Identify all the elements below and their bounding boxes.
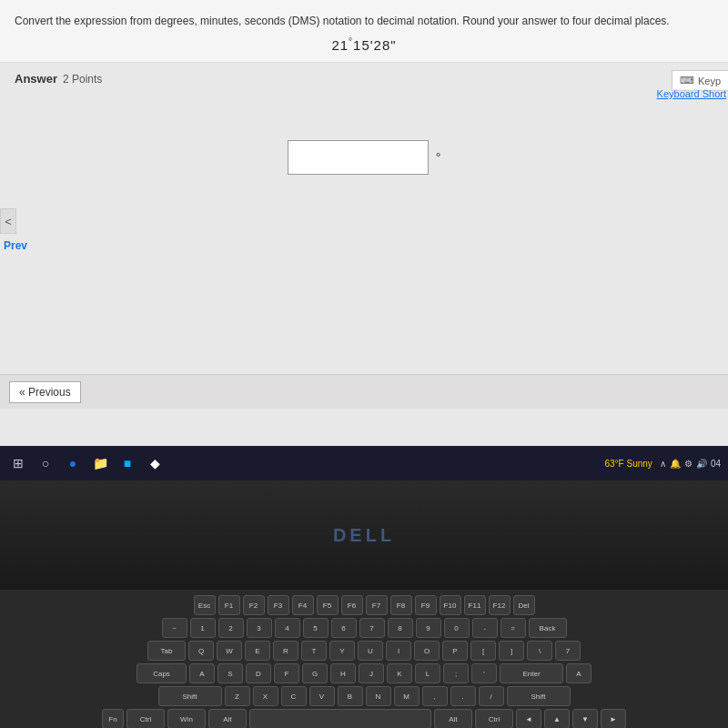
answer-section: Answer 2 Points ⌨ Keyp Keyboard Short ° … <box>0 63 728 409</box>
key-j[interactable]: J <box>359 663 384 683</box>
key-0[interactable]: 0 <box>444 618 470 638</box>
key-del[interactable]: Del <box>513 595 535 615</box>
key-n[interactable]: N <box>366 686 391 706</box>
key-q[interactable]: Q <box>188 641 214 661</box>
key-6[interactable]: 6 <box>331 618 357 638</box>
key-9[interactable]: 9 <box>416 618 441 638</box>
key-row-function: Esc F1 F2 F3 F4 F5 F6 F7 F8 F9 F10 F11 F… <box>4 595 724 615</box>
key-f3[interactable]: F3 <box>268 595 289 615</box>
answer-header: Answer 2 Points <box>15 72 713 86</box>
key-alt-right[interactable]: Alt <box>434 709 472 728</box>
key-tilde[interactable]: ~ <box>162 618 187 638</box>
windows-icon[interactable]: ⊞ <box>7 452 29 474</box>
key-alt-left[interactable]: Alt <box>208 709 247 728</box>
taskbar-browser-icon[interactable]: ● <box>62 452 84 474</box>
key-f10[interactable]: F10 <box>440 595 461 615</box>
key-k[interactable]: K <box>387 663 412 683</box>
key-f2[interactable]: F2 <box>243 595 265 615</box>
key-arrow-up[interactable]: ▲ <box>544 709 570 728</box>
key-fn[interactable]: Fn <box>102 709 124 728</box>
key-g[interactable]: G <box>302 663 328 683</box>
key-esc[interactable]: Esc <box>194 595 216 615</box>
key-equals[interactable]: = <box>500 618 526 638</box>
prev-label[interactable]: Prev <box>0 238 31 254</box>
key-l[interactable]: L <box>415 663 440 683</box>
key-comma[interactable]: , <box>422 686 448 706</box>
key-b[interactable]: B <box>338 686 363 706</box>
key-f5[interactable]: F5 <box>317 595 339 615</box>
key-f12[interactable]: F12 <box>489 595 511 615</box>
system-icons: ∧ 🔔 ⚙ 🔊 <box>660 459 707 469</box>
key-w[interactable]: W <box>217 641 242 661</box>
key-s[interactable]: S <box>217 663 243 683</box>
key-slash[interactable]: / <box>479 686 504 706</box>
answer-input[interactable] <box>288 140 429 175</box>
key-u[interactable]: U <box>358 641 383 661</box>
key-f7[interactable]: F7 <box>366 595 388 615</box>
key-o[interactable]: O <box>414 641 440 661</box>
key-8[interactable]: 8 <box>388 618 413 638</box>
taskbar-folder-icon[interactable]: 📁 <box>89 452 111 474</box>
key-5[interactable]: 5 <box>303 618 329 638</box>
keyboard-shortcut-link[interactable]: Keyboard Short <box>657 88 726 99</box>
key-ctrl-left[interactable]: Ctrl <box>126 709 165 728</box>
key-c[interactable]: C <box>281 686 307 706</box>
key-ctrl-right[interactable]: Ctrl <box>475 709 513 728</box>
key-i[interactable]: I <box>386 641 411 661</box>
key-x[interactable]: X <box>253 686 278 706</box>
sys-icon-4: 🔊 <box>696 459 707 469</box>
key-rbracket[interactable]: ] <box>499 641 524 661</box>
key-f9[interactable]: F9 <box>415 595 437 615</box>
key-h[interactable]: H <box>330 663 356 683</box>
sys-icon-1: ∧ <box>660 459 666 469</box>
key-quote[interactable]: ' <box>471 663 497 683</box>
key-y[interactable]: Y <box>329 641 355 661</box>
key-v[interactable]: V <box>309 686 335 706</box>
key-arrow-left[interactable]: ◄ <box>516 709 541 728</box>
key-period[interactable]: . <box>450 686 476 706</box>
key-shift-left[interactable]: Shift <box>158 686 222 706</box>
search-icon[interactable]: ○ <box>35 452 56 474</box>
key-t[interactable]: T <box>301 641 327 661</box>
key-backspace[interactable]: Back <box>529 618 567 638</box>
key-a[interactable]: A <box>189 663 215 683</box>
key-caps[interactable]: Caps <box>136 663 187 683</box>
key-3[interactable]: 3 <box>247 618 272 638</box>
key-f1[interactable]: F1 <box>218 595 240 615</box>
key-p[interactable]: P <box>442 641 468 661</box>
key-space[interactable] <box>249 709 431 728</box>
key-win[interactable]: Win <box>167 709 206 728</box>
key-row-zxcv: Shift Z X C V B N M , . / Shift <box>4 686 724 706</box>
key-d[interactable]: D <box>246 663 271 683</box>
degree-symbol: ° <box>436 150 441 165</box>
key-f6[interactable]: F6 <box>341 595 363 615</box>
nav-arrow[interactable]: < <box>0 208 16 234</box>
key-enter[interactable]: Enter <box>500 663 563 683</box>
key-arrow-down[interactable]: ▼ <box>572 709 598 728</box>
key-7-num[interactable]: 7 <box>555 641 581 661</box>
key-1[interactable]: 1 <box>190 618 216 638</box>
key-minus[interactable]: - <box>472 618 498 638</box>
taskbar-icon-4[interactable]: ■ <box>116 452 138 474</box>
key-e[interactable]: E <box>245 641 270 661</box>
key-arrow-right[interactable]: ► <box>601 709 626 728</box>
prev-button[interactable]: « Previous <box>9 381 81 403</box>
key-f[interactable]: F <box>274 663 299 683</box>
taskbar-icon-5[interactable]: ◆ <box>144 452 166 474</box>
key-a-num[interactable]: A <box>566 663 592 683</box>
key-f11[interactable]: F11 <box>464 595 486 615</box>
key-r[interactable]: R <box>273 641 298 661</box>
key-shift-right[interactable]: Shift <box>507 686 571 706</box>
key-f8[interactable]: F8 <box>390 595 412 615</box>
key-lbracket[interactable]: [ <box>470 641 496 661</box>
key-f4[interactable]: F4 <box>292 595 314 615</box>
key-tab[interactable]: Tab <box>147 641 186 661</box>
key-4[interactable]: 4 <box>275 618 300 638</box>
key-backslash[interactable]: \ <box>527 641 552 661</box>
key-row-bottom: Fn Ctrl Win Alt Alt Ctrl ◄ ▲ ▼ ► <box>4 709 724 728</box>
key-z[interactable]: Z <box>225 686 250 706</box>
key-2[interactable]: 2 <box>218 618 244 638</box>
key-semicolon[interactable]: ; <box>443 663 469 683</box>
key-m[interactable]: M <box>394 686 420 706</box>
key-7[interactable]: 7 <box>359 618 385 638</box>
